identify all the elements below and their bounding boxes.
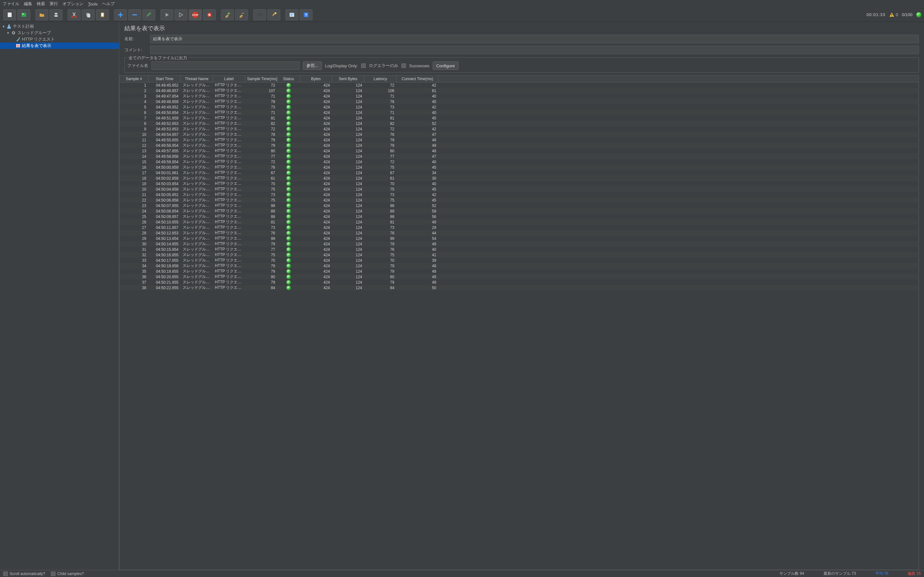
- help-button[interactable]: ?: [300, 9, 312, 20]
- col-threadname[interactable]: Thread Name: [181, 76, 213, 82]
- table-row[interactable]: 3504:50:19.855スレッドグル―...HTTP リクエスト794241…: [120, 269, 919, 274]
- success-icon: [286, 149, 291, 153]
- comment-input[interactable]: [150, 46, 919, 54]
- expand-button[interactable]: [114, 9, 127, 20]
- table-row[interactable]: 104:49:45.852スレッドグル―...HTTP リクエスト7242412…: [120, 82, 919, 88]
- collapse-button[interactable]: [128, 9, 141, 20]
- table-row[interactable]: 2104:50:05.852スレッドグル―...HTTP リクエスト734241…: [120, 192, 919, 197]
- toggle-button[interactable]: [142, 9, 155, 20]
- col-connect[interactable]: Connect Time(ms): [397, 76, 438, 82]
- gear-icon: [11, 30, 16, 35]
- new-button[interactable]: [3, 9, 16, 20]
- col-sample[interactable]: Sample #: [120, 76, 149, 82]
- cell-threadname: スレッドグル―...: [181, 241, 213, 247]
- stop-button[interactable]: STOP: [189, 9, 202, 20]
- table-row[interactable]: 404:49:48.859スレッドグル―...HTTP リクエスト7842412…: [120, 99, 919, 104]
- copy-button[interactable]: [82, 9, 95, 20]
- table-row[interactable]: 3804:50:22.855スレッドグル―...HTTP リクエスト844241…: [120, 285, 919, 290]
- table-row[interactable]: 3304:50:17.855スレッドグル―...HTTP リクエスト704241…: [120, 258, 919, 263]
- table-row[interactable]: 1304:49:57.855スレッドグル―...HTTP リクエスト804241…: [120, 148, 919, 153]
- results-table[interactable]: Sample # Start Time Thread Name Label Sa…: [119, 75, 919, 570]
- table-row[interactable]: 2804:50:12.853スレッドグル―...HTTP リクエスト764241…: [120, 230, 919, 236]
- shutdown-button[interactable]: [203, 9, 216, 20]
- save-button[interactable]: [50, 9, 63, 20]
- clear-all-button[interactable]: [235, 9, 248, 20]
- table-row[interactable]: 2704:50:11.857スレッドグル―...HTTP リクエスト734241…: [120, 225, 919, 230]
- menu-run[interactable]: 実行: [50, 1, 58, 7]
- table-row[interactable]: 3404:50:18.856スレッドグル―...HTTP リクエスト794241…: [120, 263, 919, 269]
- scroll-auto-checkbox[interactable]: [3, 572, 8, 576]
- menu-tools[interactable]: Tools: [88, 2, 98, 6]
- cell-bytes: 424: [300, 214, 332, 219]
- table-row[interactable]: 1904:50:03.854スレッドグル―...HTTP リクエスト704241…: [120, 181, 919, 187]
- function-helper-button[interactable]: [286, 9, 298, 20]
- col-starttime[interactable]: Start Time: [149, 76, 181, 82]
- search-button[interactable]: [253, 9, 266, 20]
- tree-node-view-results[interactable]: 結果を表で表示: [0, 42, 119, 49]
- table-row[interactable]: 1604:50:00.859スレッドグル―...HTTP リクエスト764241…: [120, 164, 919, 170]
- cell-threadname: スレッドグル―...: [181, 132, 213, 137]
- table-row[interactable]: 1404:49:58.856スレッドグル―...HTTP リクエスト774241…: [120, 153, 919, 159]
- table-row[interactable]: 3604:50:20.855スレッドグル―...HTTP リクエスト804241…: [120, 274, 919, 279]
- errors-only-checkbox[interactable]: [361, 63, 366, 68]
- table-row[interactable]: 904:49:53.853スレッドグル―...HTTP リクエスト7242412…: [120, 126, 919, 132]
- start-button[interactable]: [160, 9, 173, 20]
- cell-connect: 48: [397, 149, 438, 153]
- table-row[interactable]: 2504:50:09.857スレッドグル―...HTTP リクエスト884241…: [120, 214, 919, 219]
- table-row[interactable]: 504:49:49.852スレッドグル―...HTTP リクエスト7342412…: [120, 104, 919, 110]
- start-no-timers-button[interactable]: [174, 9, 187, 20]
- table-row[interactable]: 2404:50:08.854スレッドグル―...HTTP リクエスト894241…: [120, 208, 919, 214]
- table-row[interactable]: 2204:50:06.858スレッドグル―...HTTP リクエスト754241…: [120, 197, 919, 203]
- col-sampletime[interactable]: Sample Time(ms): [245, 76, 278, 82]
- cell-connect: 45: [397, 100, 438, 104]
- successes-checkbox[interactable]: [401, 63, 406, 68]
- table-row[interactable]: 204:49:46.857スレッドグル―...HTTP リクエスト1074241…: [120, 88, 919, 93]
- table-row[interactable]: 1804:50:02.859スレッドグル―...HTTP リクエスト614241…: [120, 176, 919, 181]
- table-row[interactable]: 2004:50:04.858スレッドグル―...HTTP リクエスト754241…: [120, 187, 919, 192]
- table-row[interactable]: 804:49:52.853スレッドグル―...HTTP リクエスト8242412…: [120, 121, 919, 126]
- cell-sampletime: 72: [245, 160, 278, 164]
- name-input[interactable]: [150, 35, 919, 43]
- table-row[interactable]: 3704:50:21.855スレッドグル―...HTTP リクエスト794241…: [120, 279, 919, 285]
- table-row[interactable]: 1704:50:01.861スレッドグル―...HTTP リクエスト674241…: [120, 170, 919, 176]
- warn-counter[interactable]: 0: [889, 12, 898, 18]
- menu-help[interactable]: ヘルプ: [102, 1, 115, 7]
- menu-search[interactable]: 検索: [37, 1, 45, 7]
- browse-button[interactable]: 参照...: [303, 61, 322, 70]
- table-row[interactable]: 1004:49:54.857スレッドグル―...HTTP リクエスト784241…: [120, 132, 919, 137]
- test-plan-tree[interactable]: ▼ テスト計画 ▼ スレッドグループ HTTP リクエスト 結果を表で表示: [0, 22, 119, 570]
- paste-button[interactable]: [96, 9, 109, 20]
- tree-node-threadgroup[interactable]: ▼ スレッドグループ: [0, 30, 119, 36]
- open-button[interactable]: [36, 9, 48, 20]
- reset-search-button[interactable]: [267, 9, 280, 20]
- col-bytes[interactable]: Bytes: [300, 76, 332, 82]
- clear-button[interactable]: [221, 9, 234, 20]
- table-row[interactable]: 704:49:51.859スレッドグル―...HTTP リクエスト8142412…: [120, 115, 919, 121]
- table-row[interactable]: 1104:49:55.855スレッドグル―...HTTP リクエスト794241…: [120, 137, 919, 143]
- table-row[interactable]: 3204:50:16.855スレッドグル―...HTTP リクエスト754241…: [120, 252, 919, 258]
- tree-node-http-request[interactable]: HTTP リクエスト: [0, 36, 119, 42]
- table-row[interactable]: 1204:49:56.854スレッドグル―...HTTP リクエスト794241…: [120, 143, 919, 148]
- table-row[interactable]: 304:49:47.854スレッドグル―...HTTP リクエスト7142412…: [120, 93, 919, 99]
- menu-edit[interactable]: 編集: [24, 1, 32, 7]
- table-row[interactable]: 3104:50:15.854スレッドグル―...HTTP リクエスト774241…: [120, 247, 919, 252]
- configure-button[interactable]: Configure: [433, 61, 459, 70]
- table-row[interactable]: 2304:50:07.855スレッドグル―...HTTP リクエスト984241…: [120, 203, 919, 208]
- table-row[interactable]: 3004:50:14.855スレッドグル―...HTTP リクエスト794241…: [120, 241, 919, 247]
- col-status[interactable]: Status: [278, 76, 300, 82]
- table-row[interactable]: 2604:50:10.855スレッドグル―...HTTP リクエスト814241…: [120, 219, 919, 225]
- menu-options[interactable]: オプション: [63, 1, 84, 7]
- table-row[interactable]: 604:49:50.854スレッドグル―...HTTP リクエスト7142412…: [120, 110, 919, 115]
- table-row[interactable]: 2904:50:13.854スレッドグル―...HTTP リクエスト994241…: [120, 236, 919, 241]
- tree-node-testplan[interactable]: ▼ テスト計画: [0, 23, 119, 30]
- filename-input[interactable]: [152, 61, 300, 70]
- col-latency[interactable]: Latency: [364, 76, 397, 82]
- cut-button[interactable]: [68, 9, 81, 20]
- col-sentbytes[interactable]: Sent Bytes: [332, 76, 364, 82]
- templates-button[interactable]: [18, 9, 30, 20]
- cell-label: HTTP リクエスト: [213, 285, 245, 290]
- col-label[interactable]: Label: [213, 76, 245, 82]
- table-row[interactable]: 1504:49:59.854スレッドグル―...HTTP リクエスト724241…: [120, 159, 919, 164]
- menu-file[interactable]: ファイル: [3, 1, 19, 7]
- child-samples-checkbox[interactable]: [51, 572, 55, 576]
